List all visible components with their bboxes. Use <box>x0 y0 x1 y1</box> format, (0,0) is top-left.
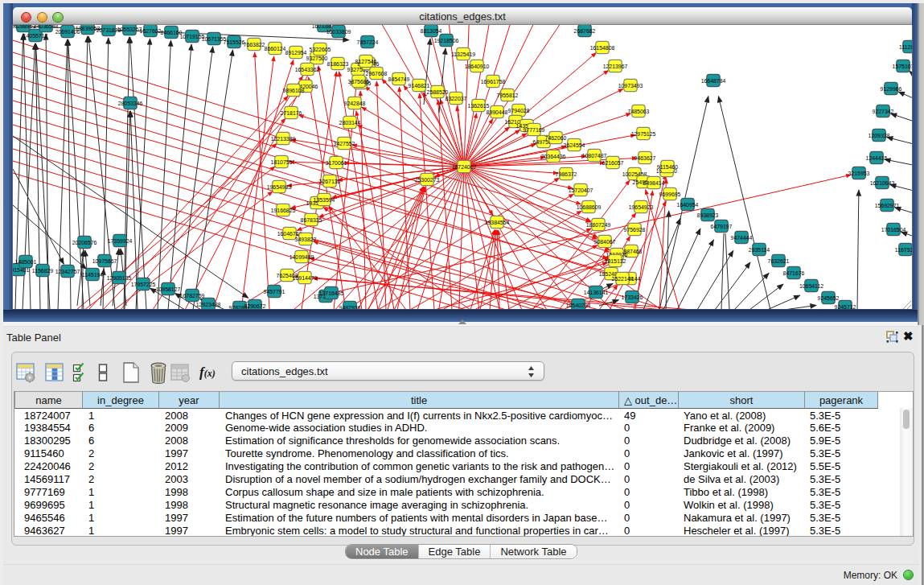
svg-text:9327500: 9327500 <box>306 56 328 61</box>
svg-text:9699695: 9699695 <box>659 192 681 197</box>
svg-text:12213389: 12213389 <box>271 136 296 142</box>
svg-text:2588520: 2588520 <box>427 89 449 95</box>
svg-text:1112873: 1112873 <box>899 44 912 50</box>
svg-text:19384554: 19384554 <box>485 220 510 225</box>
svg-text:8290672: 8290672 <box>244 303 266 309</box>
svg-text:8990448: 8990448 <box>487 109 508 115</box>
svg-text:17957225: 17957225 <box>131 282 156 287</box>
svg-text:1815132: 1815132 <box>605 258 626 264</box>
svg-text:1527602: 1527602 <box>140 28 162 34</box>
svg-text:3493822: 3493822 <box>295 237 317 242</box>
svg-text:8186323: 8186323 <box>327 61 349 67</box>
svg-text:9245712: 9245712 <box>835 304 856 310</box>
svg-text:14055712: 14055712 <box>23 33 48 39</box>
svg-text:9245652: 9245652 <box>818 295 840 301</box>
svg-text:16046768: 16046768 <box>277 231 302 237</box>
svg-text:7485063: 7485063 <box>628 109 650 114</box>
svg-text:16914479: 16914479 <box>293 275 318 281</box>
svg-text:13716485: 13716485 <box>319 290 344 296</box>
svg-text:9146821: 9146821 <box>409 83 430 89</box>
svg-text:20364436: 20364436 <box>541 154 566 159</box>
svg-text:8454749: 8454749 <box>388 76 410 82</box>
svg-text:18640910: 18640910 <box>465 64 490 69</box>
svg-text:16033809: 16033809 <box>326 29 351 35</box>
svg-text:2803144: 2803144 <box>339 120 361 126</box>
svg-text:9474444: 9474444 <box>731 235 753 241</box>
svg-text:3427552: 3427552 <box>334 141 355 146</box>
svg-text:10973493: 10973493 <box>618 83 643 89</box>
svg-text:8471676: 8471676 <box>783 270 805 276</box>
svg-text:10807487: 10807487 <box>582 153 607 159</box>
svg-text:16961758: 16961758 <box>481 79 506 84</box>
svg-text:19166825: 19166825 <box>271 208 296 213</box>
svg-text:19654983: 19654983 <box>267 184 292 190</box>
svg-text:2935114: 2935114 <box>749 247 770 253</box>
svg-text:10688609: 10688609 <box>577 204 602 210</box>
svg-text:1209338: 1209338 <box>869 133 890 138</box>
svg-text:2718176: 2718176 <box>281 110 302 116</box>
svg-text:2967608: 2967608 <box>366 71 388 76</box>
svg-text:9084067: 9084067 <box>594 239 616 245</box>
svg-text:15692971: 15692971 <box>875 203 900 208</box>
svg-text:7515526: 7515526 <box>224 39 245 45</box>
svg-text:2522144: 2522144 <box>612 276 634 282</box>
svg-text:9794028: 9794028 <box>508 108 530 113</box>
svg-text:10958127: 10958127 <box>156 286 181 292</box>
svg-text:16288963: 16288963 <box>13 25 35 29</box>
svg-text:3267130: 3267130 <box>319 179 341 184</box>
svg-text:16782759: 16782759 <box>180 293 205 299</box>
svg-text:10553267: 10553267 <box>117 27 142 32</box>
svg-text:8466160: 8466160 <box>161 30 183 35</box>
svg-text:8678335: 8678335 <box>301 217 322 223</box>
svg-text:1362615: 1362615 <box>468 103 490 109</box>
svg-text:1640954: 1640954 <box>677 202 699 208</box>
svg-text:17016504: 17016504 <box>881 227 906 233</box>
svg-text:7663822: 7663822 <box>244 42 265 47</box>
svg-text:9463627: 9463627 <box>634 155 656 161</box>
svg-text:19654923: 19654923 <box>629 204 654 210</box>
svg-text:10540294: 10540294 <box>566 303 591 308</box>
svg-text:1156829: 1156829 <box>32 268 53 274</box>
svg-text:10975867: 10975867 <box>92 258 117 264</box>
svg-text:1167535: 1167535 <box>895 247 912 253</box>
svg-text:12342757: 12342757 <box>55 269 80 274</box>
svg-text:3875685: 3875685 <box>348 79 370 84</box>
svg-text:1145194: 1145194 <box>82 272 103 278</box>
svg-text:12975125: 12975125 <box>631 131 656 137</box>
svg-text:16154808: 16154808 <box>590 45 615 51</box>
svg-text:14099489: 14099489 <box>290 254 314 260</box>
svg-text:8127546: 8127546 <box>355 59 377 64</box>
svg-text:7462060: 7462060 <box>545 135 567 141</box>
svg-text:9115460: 9115460 <box>657 164 678 170</box>
svg-text:16648784: 16648784 <box>701 78 726 84</box>
svg-text:8912954: 8912954 <box>285 50 307 56</box>
svg-text:8660124: 8660124 <box>265 46 286 51</box>
svg-text:7986372: 7986372 <box>556 171 577 177</box>
svg-text:3215953: 3215953 <box>848 171 870 176</box>
svg-text:6479197: 6479197 <box>711 224 733 229</box>
svg-text:11325419: 11325419 <box>451 51 475 57</box>
svg-text:3624554: 3624554 <box>564 142 585 148</box>
svg-text:16543362: 16543362 <box>295 67 320 72</box>
svg-text:8938923: 8938923 <box>697 212 719 218</box>
svg-text:9457791: 9457791 <box>264 289 285 295</box>
svg-text:16210643: 16210643 <box>870 180 895 186</box>
svg-text:14136141: 14136141 <box>584 290 609 295</box>
svg-text:8813054: 8813054 <box>421 28 442 34</box>
svg-text:1733426: 1733426 <box>622 295 643 300</box>
svg-text:1810755: 1810755 <box>271 159 293 165</box>
svg-text:1575107: 1575107 <box>893 64 912 69</box>
svg-text:9777169: 9777169 <box>524 127 545 133</box>
svg-text:28053346: 28053346 <box>118 101 143 106</box>
svg-text:12905135: 12905135 <box>107 275 132 281</box>
svg-text:9896108: 9896108 <box>283 88 305 93</box>
svg-text:19218506: 19218506 <box>434 38 459 43</box>
svg-text:12923488: 12923488 <box>196 302 221 307</box>
svg-text:8498414: 8498414 <box>643 180 665 186</box>
svg-text:15720407: 15720407 <box>569 187 593 193</box>
svg-text:2687682: 2687682 <box>574 28 596 34</box>
svg-text:18724007: 18724007 <box>452 164 477 170</box>
svg-text:3170061: 3170061 <box>326 160 347 166</box>
svg-text:12213967: 12213967 <box>603 64 628 69</box>
svg-text:1485001: 1485001 <box>15 259 37 265</box>
